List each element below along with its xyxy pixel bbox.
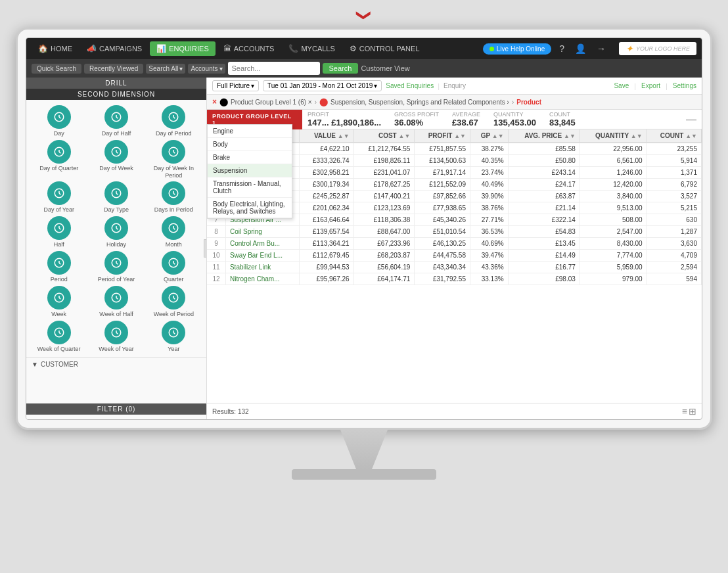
save-link[interactable]: Save [614,82,629,89]
quick-search-button[interactable]: Quick Search [32,64,81,74]
search-all-button[interactable]: Search All ▾ [146,64,185,74]
minimize-button[interactable]: — [686,114,696,126]
full-picture-arrow-icon: ▾ [251,82,254,89]
col-value[interactable]: VALUE ▲▼ [300,129,354,143]
col-count[interactable]: COUNT ▲▼ [647,129,701,143]
arrow-button[interactable]: → [594,42,608,55]
sidebar-item-period-of-year[interactable]: Period of Year [89,251,143,283]
full-picture-button[interactable]: Full Picture ▾ [212,80,259,91]
sidebar: DRILL SECOND DIMENSION Day Day of Half [26,78,207,419]
second-dimension-header: SECOND DIMENSION [26,89,206,100]
sidebar-item-week-of-period[interactable]: Week of Period [147,286,201,318]
sidebar-item-period[interactable]: Period [32,251,86,283]
subgroup-body-electrical[interactable]: Body Electrical, Lighting, Relays, and S… [208,198,292,218]
sidebar-item-holiday[interactable]: Holiday [89,216,143,248]
sidebar-item-day-of-half[interactable]: Day of Half [89,105,143,137]
sidebar-item-label: Week of Year [99,346,133,353]
nav-campaigns[interactable]: 📣 CAMPAIGNS [80,41,148,56]
live-help-button[interactable]: Live Help Online [483,43,551,55]
sidebar-item-day-of-year[interactable]: Day of Year [32,181,86,214]
sidebar-item-week-of-year[interactable]: Week of Year [89,321,143,353]
list-view-icon[interactable]: ≡ [682,406,687,417]
nav-controlpanel[interactable]: ⚙ CONTROL PANEL [343,41,426,56]
enquiry-link[interactable]: Enquiry [444,82,466,89]
cell-cost: £1,212,764.55 [353,143,415,155]
customer-section-header[interactable]: ▼ CUSTOMER [26,357,206,371]
panel-toolbar: Full Picture ▾ Tue 01 Jan 2019 - Mon 21 … [207,78,702,95]
subgroup-body[interactable]: Body [208,138,292,151]
breadcrumb-level2[interactable]: Suspension, Suspension, Springs and Rela… [330,99,509,106]
sidebar-item-half[interactable]: Half [32,216,86,248]
cell-avg-price: £63.87 [508,191,580,202]
help-button[interactable]: ? [557,42,567,55]
breadcrumb-close-icon[interactable]: × [212,97,217,106]
sidebar-item-day-of-quarter[interactable]: Day of Quarter [32,140,86,179]
sidebar-item-quarter[interactable]: Quarter [147,251,201,283]
search-input[interactable] [228,62,320,75]
sidebar-item-day-of-week[interactable]: Day of Week [89,140,143,179]
sidebar-item-label: Half [54,241,64,248]
breadcrumb-level1[interactable]: Product Group Level 1 (6) × [231,99,312,106]
subgroup-brake[interactable]: Brake [208,151,292,164]
settings-link[interactable]: Settings [673,82,696,89]
svg-line-26 [173,193,175,195]
search-button[interactable]: Search [323,63,359,74]
col-quantity[interactable]: QUANTITY ▲▼ [580,129,647,143]
enquiries-icon: 📊 [156,44,166,53]
col-avg-price[interactable]: AVG. PRICE ▲▼ [508,129,580,143]
grid-view-icon[interactable]: ⊞ [689,406,696,417]
sidebar-item-label: Holiday [106,241,126,248]
toolbar-right: Save | Export | Settings [614,82,696,90]
saved-enquiries-link[interactable]: Saved Enquiries [386,82,434,89]
customer-view-button[interactable]: Customer View [361,64,409,72]
sidebar-item-label: Month [166,241,182,248]
nav-home[interactable]: 🏠 HOME [32,41,79,56]
sidebar-icon [162,286,185,309]
cell-count: 630 [647,214,701,226]
col-gp[interactable]: GP ▲▼ [470,129,508,143]
cell-cost: £198,826.11 [353,155,415,167]
cell-product[interactable]: Stabilizer Link [225,262,299,273]
sidebar-grid: Day Day of Half Day of Period [26,100,206,357]
subgroup-engine[interactable]: Engine [208,125,292,138]
cell-gp: 27.71% [470,214,508,226]
sidebar-item-week[interactable]: Week [32,286,86,318]
cell-product[interactable]: Coil Spring [225,226,299,238]
sidebar-item-day-of-period[interactable]: Day of Period [147,105,201,137]
sidebar-item-label: Week [51,311,66,318]
breadcrumb-current: Product [516,99,541,106]
sidebar-item-month[interactable]: Month [147,216,201,248]
recently-viewed-button[interactable]: Recently Viewed [84,64,143,74]
user-button[interactable]: 👤 [572,42,589,55]
accounts-dropdown-button[interactable]: Accounts ▾ [188,64,225,74]
sidebar-item-days-in-period[interactable]: Days In Period [147,181,201,214]
filter-bar[interactable]: FILTER (0) [26,403,206,415]
sidebar-item-day-of-week-in-period[interactable]: Day of Week In Period [147,140,201,179]
nav-enquiries[interactable]: 📊 ENQUIRIES [150,41,216,56]
sidebar-item-week-of-quarter[interactable]: Week of Quarter [32,321,86,353]
sidebar-item-day-type[interactable]: Day Type [89,181,143,214]
cell-product[interactable]: Nitrogen Cham... [225,273,299,285]
date-range-button[interactable]: Tue 01 Jan 2019 - Mon 21 Oct 2019 ▾ [263,80,382,91]
export-link[interactable]: Export [641,82,660,89]
subgroup-suspension[interactable]: Suspension [208,164,292,177]
nav-mycalls[interactable]: 📞 MYCALLS [282,41,341,56]
subgroup-transmission[interactable]: Transmission - Manual, Clutch [208,177,292,198]
svg-line-17 [173,152,175,153]
cell-num: 12 [207,273,225,285]
col-cost[interactable]: COST ▲▼ [353,129,415,143]
cell-product[interactable]: Control Arm Bu... [225,238,299,250]
sidebar-item-label: Days In Period [154,206,193,214]
sidebar-item-day[interactable]: Day [32,105,86,137]
stat-quantity: QUANTITY 135,453.00 [493,111,536,127]
cell-cost: £67,233.96 [353,238,415,250]
cell-product[interactable]: Sway Bar End L... [225,250,299,262]
sidebar-item-year[interactable]: Year [147,321,201,353]
monitor-stand [292,430,436,480]
cell-cost: £68,203.87 [353,250,415,262]
cell-quantity: 2,547.00 [580,226,647,238]
col-profit[interactable]: PROFIT ▲▼ [415,129,470,143]
sidebar-item-week-of-half[interactable]: Week of Half [89,286,143,318]
stats-bar: PROFIT 147... £1,890,186... GROSS PROFIT… [302,110,702,129]
nav-accounts[interactable]: 🏛 ACCOUNTS [217,41,281,56]
